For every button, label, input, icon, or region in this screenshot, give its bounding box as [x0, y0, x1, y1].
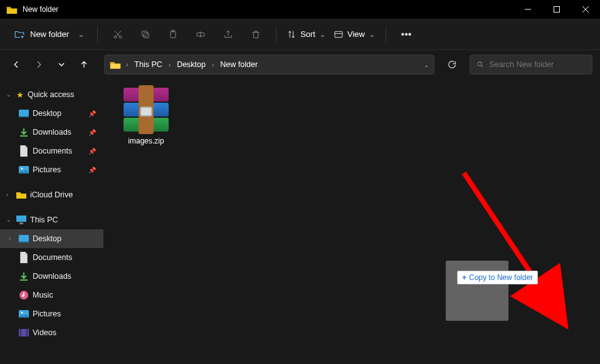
sidebar-item-pc-documents[interactable]: Documents [0, 248, 103, 267]
video-icon [19, 328, 29, 338]
sidebar-item-pc-videos[interactable]: Videos [0, 323, 103, 342]
pin-icon: 📌 [88, 148, 96, 155]
sidebar-item-pc-music[interactable]: Music [0, 286, 103, 304]
sidebar-item-quick-access[interactable]: ⌄ ★ Quick access [0, 85, 103, 104]
sidebar-item-icloud[interactable]: › iCloud Drive [0, 185, 103, 204]
address-dropdown[interactable]: ⌄ [424, 61, 429, 68]
sidebar-label: iCloud Drive [30, 190, 73, 199]
folder-icon [16, 190, 26, 200]
separator [386, 27, 386, 42]
sidebar-label: Documents [33, 147, 72, 155]
new-folder-label: New folder [30, 29, 69, 39]
svg-rect-21 [19, 241, 29, 242]
sidebar-label: Music [33, 291, 53, 299]
sidebar-label: Downloads [33, 128, 71, 137]
archive-icon [120, 88, 172, 133]
svg-rect-27 [26, 329, 28, 336]
sidebar-label: Quick access [28, 90, 74, 99]
drag-ghost [446, 261, 508, 321]
drag-tooltip: +Copy to New folder [457, 271, 538, 284]
copy-button[interactable] [133, 24, 158, 45]
view-label: View [347, 29, 365, 39]
pin-icon: 📌 [88, 129, 96, 136]
document-icon [19, 252, 29, 263]
refresh-button[interactable] [442, 55, 462, 75]
maximize-button[interactable] [542, 0, 571, 19]
document-icon [19, 146, 29, 156]
svg-rect-1 [554, 7, 560, 13]
sidebar-item-pc-desktop[interactable]: › Desktop [0, 229, 103, 248]
breadcrumb-item[interactable]: This PC [133, 60, 163, 69]
address-bar[interactable]: › This PC › Desktop › New folder ⌄ [104, 55, 434, 75]
delete-button[interactable] [243, 24, 268, 45]
star-icon: ★ [16, 90, 24, 100]
sidebar-label: Videos [33, 328, 56, 337]
paste-button[interactable] [161, 24, 186, 45]
sort-button[interactable]: Sort ⌄ [284, 26, 329, 43]
up-button[interactable] [75, 56, 93, 73]
share-button[interactable] [216, 24, 241, 45]
music-icon [19, 290, 29, 300]
file-item[interactable]: images.zip [115, 88, 177, 145]
sidebar-item-pc-pictures[interactable]: Pictures [0, 304, 103, 323]
chevron-down-icon: ⌄ [6, 91, 13, 98]
sidebar-item-downloads[interactable]: Downloads 📌 [0, 123, 103, 142]
sidebar-label: Desktop [33, 109, 61, 118]
svg-rect-18 [16, 216, 26, 222]
breadcrumb-item[interactable]: New folder [219, 60, 259, 69]
sidebar-label: Documents [33, 253, 72, 262]
sidebar-item-desktop[interactable]: Desktop 📌 [0, 104, 103, 123]
folder-icon [6, 5, 18, 14]
desktop-icon [19, 108, 29, 118]
chevron-right-icon: › [124, 61, 130, 68]
sidebar-item-pc-downloads[interactable]: Downloads [0, 267, 103, 286]
pc-icon [16, 215, 26, 225]
chevron-down-icon: ⌄ [369, 29, 376, 39]
sidebar-label: Downloads [33, 272, 71, 281]
download-icon [19, 127, 29, 137]
back-button[interactable] [8, 56, 25, 73]
file-pane[interactable]: images.zip +Copy to New folder [103, 79, 600, 364]
minimize-button[interactable] [513, 0, 542, 19]
forward-button[interactable] [30, 56, 48, 73]
svg-point-13 [478, 62, 482, 66]
search-input[interactable] [489, 60, 586, 69]
svg-rect-20 [19, 235, 29, 241]
svg-rect-19 [19, 222, 23, 224]
sidebar-item-pictures[interactable]: Pictures 📌 [0, 160, 103, 179]
chevron-down-icon: ⌄ [6, 217, 13, 223]
breadcrumb-item[interactable]: Desktop [176, 60, 207, 69]
search-icon [476, 60, 484, 69]
window-title: New folder [23, 5, 58, 14]
svg-point-17 [21, 168, 23, 170]
sort-icon [287, 29, 297, 39]
view-button[interactable]: View ⌄ [331, 26, 378, 43]
pin-icon: 📌 [88, 167, 96, 174]
svg-rect-15 [19, 116, 29, 117]
sidebar-item-this-pc[interactable]: ⌄ This PC [0, 211, 103, 229]
more-button[interactable]: ••• [394, 24, 419, 45]
sidebar-label: Desktop [33, 234, 61, 243]
recent-locations-button[interactable] [53, 56, 70, 73]
close-button[interactable] [571, 0, 600, 19]
rename-button[interactable] [188, 24, 213, 45]
drag-tooltip-text: Copy to New folder [469, 273, 533, 282]
chevron-down-icon: ⌄ [78, 29, 85, 39]
sidebar: ⌄ ★ Quick access Desktop 📌 Downloads 📌 D… [0, 79, 103, 364]
svg-rect-7 [144, 33, 149, 38]
svg-rect-12 [335, 31, 342, 37]
search-box[interactable] [470, 55, 592, 75]
cut-button[interactable] [105, 24, 130, 45]
sidebar-item-documents[interactable]: Documents 📌 [0, 142, 103, 160]
toolbar: New folder ⌄ Sort ⌄ View ⌄ ••• [0, 19, 600, 50]
desktop-icon [19, 234, 29, 244]
new-folder-button[interactable]: New folder ⌄ [9, 25, 90, 44]
separator [276, 27, 276, 42]
chevron-down-icon: ⌄ [319, 29, 326, 39]
file-name: images.zip [128, 137, 164, 145]
plus-icon: + [462, 273, 466, 282]
chevron-right-icon: › [209, 61, 216, 68]
navigation-row: › This PC › Desktop › New folder ⌄ [0, 50, 600, 79]
new-folder-icon [14, 29, 25, 40]
pin-icon: 📌 [88, 110, 96, 117]
